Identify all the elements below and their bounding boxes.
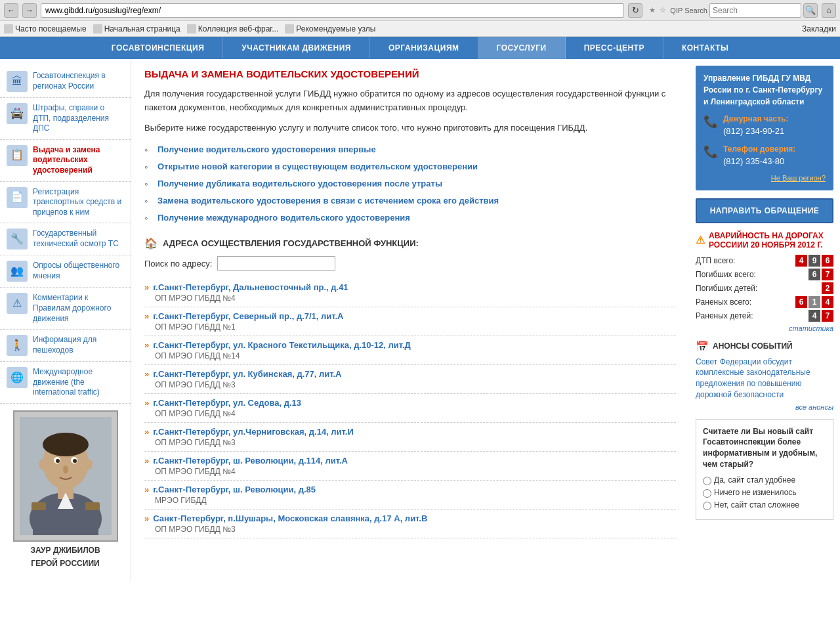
service-link-2[interactable]: Открытие новой категории в существующем … <box>158 162 478 171</box>
home-button[interactable]: ⌂ <box>822 3 836 18</box>
service-link-1[interactable]: Получение водительского удостоверения вп… <box>158 144 376 154</box>
address-link-7[interactable]: г.Санкт-Петербург, ш. Революции, д.85 <box>144 485 676 494</box>
bookmarks-label[interactable]: Закладки <box>802 24 836 33</box>
rules-icon: ⚠ <box>7 293 28 314</box>
sidebar-item-registration[interactable]: 📄 Регистрация транспортных средств и при… <box>0 182 131 224</box>
stat-nums-4: 47 <box>808 310 833 322</box>
poll-option-1: Ничего не изменилось <box>703 488 826 498</box>
duty-contact: 📞 Дежурная часть: (812) 234-90-21 <box>704 113 826 138</box>
num-box-3-2: 4 <box>822 296 833 308</box>
address-search-row: Поиск по адресу: <box>144 256 676 271</box>
licenses-icon: 📋 <box>7 145 28 166</box>
nav-participants[interactable]: УЧАСТНИКАМ ДВИЖЕНИЯ <box>223 37 370 59</box>
stat-link[interactable]: статистика <box>696 324 833 332</box>
content-paragraph-2: Выберите ниже государственную услугу и п… <box>144 121 676 135</box>
poll-radio-2[interactable] <box>703 502 711 510</box>
sidebar-photo: ЗАУР ДЖИБИЛОВ ГЕРОЙ РОССИИИ <box>0 404 131 575</box>
num-box-1-1: 7 <box>822 269 833 280</box>
num-box-1-0: 6 <box>808 269 820 280</box>
stat-nums-2: 2 <box>822 282 833 294</box>
address-sub-2: ОП МРЭО ГИБДД №14 <box>144 351 676 360</box>
poll-option-0: Да, сайт стал удобнее <box>703 475 826 485</box>
not-region-link[interactable]: Не Ваш регион? <box>704 173 826 184</box>
accident-title: ⚠ АВАРИЙНОСТЬ НА ДОРОГАХ РОССИИИ 20 НОЯБ… <box>696 231 833 250</box>
stat-label-3: Раненых всего: <box>696 297 795 307</box>
svg-point-11 <box>56 459 60 463</box>
svg-point-3 <box>43 433 89 456</box>
trust-contact: 📞 Телефон доверия: (812) 335-43-80 <box>704 143 826 168</box>
svg-rect-6 <box>33 509 98 535</box>
service-item-2: Открытие новой категории в существующем … <box>144 158 676 175</box>
service-link-3[interactable]: Получение дубликата водительского удосто… <box>158 179 442 188</box>
events-box: 📅 АНОНСЫ СОБЫТИЙ Совет Федерации обсудит… <box>696 340 833 411</box>
bookmark-icon <box>187 24 196 33</box>
bookmark-recommended[interactable]: Рекомендуемые узлы <box>285 24 375 33</box>
address-icon: 🏠 <box>144 237 158 250</box>
browser-bar: ← → ↻ ★ ☆ QIP Search 🔍 ⌂ <box>0 0 840 21</box>
region-title: Управление ГИБДД ГУ МВД России по г. Сан… <box>704 72 826 108</box>
address-sub-6: ОП МРЭО ГИБДД №4 <box>144 467 676 476</box>
bookmark-icon <box>93 24 102 33</box>
photo-name: ЗАУР ДЖИБИЛОВ <box>7 546 124 555</box>
duty-text: Дежурная часть: (812) 234-90-21 <box>723 113 788 138</box>
region-box: Управление ГИБДД ГУ МВД России по г. Сан… <box>696 66 833 190</box>
stat-label-4: Раненых детей: <box>696 311 808 320</box>
poll-option-label-1: Ничего не изменилось <box>714 488 797 497</box>
num-box-2-0: 2 <box>822 282 833 294</box>
address-item-4: г.Санкт-Петербург, ул. Седова, д.13 ОП М… <box>144 394 676 423</box>
svg-point-12 <box>73 459 77 463</box>
all-events-link[interactable]: все анонсы <box>696 403 833 411</box>
address-link-1[interactable]: г.Санкт-Петербург, Северный пр., д.7/1, … <box>144 311 676 321</box>
sidebar-item-polls[interactable]: 👥 Опросы общественного мнения <box>0 255 131 288</box>
sidebar-item-international[interactable]: 🌐 Международное движение (the internatio… <box>0 362 131 404</box>
nav-gosavto[interactable]: ГОСАВТОИНСПЕКЦИЯ <box>93 37 224 59</box>
address-search-input[interactable] <box>217 256 335 271</box>
sidebar-item-pedestrians[interactable]: 🚶 Информация для пешеходов <box>0 330 131 362</box>
bookmark-frequent[interactable]: Часто посещаемые <box>4 24 87 33</box>
svg-point-14 <box>39 459 47 469</box>
service-item-5: Получение международного водительского у… <box>144 209 676 227</box>
poll-radio-1[interactable] <box>703 489 711 498</box>
address-link-4[interactable]: г.Санкт-Петербург, ул. Седова, д.13 <box>144 398 676 408</box>
search-input[interactable] <box>709 3 801 18</box>
fines-icon: 🚔 <box>7 103 28 124</box>
sidebar-item-inspection[interactable]: 🔧 Государственный технический осмотр ТС <box>0 223 131 255</box>
nav-gosuslugi[interactable]: ГОСУСЛУГИ <box>478 37 566 59</box>
address-item-5: г.Санкт-Петербург, ул.Черниговская, д.14… <box>144 423 676 452</box>
poll-radio-0[interactable] <box>703 477 711 485</box>
address-link-2[interactable]: г.Санкт-Петербург, ул. Красного Текстиль… <box>144 340 676 350</box>
address-link-5[interactable]: г.Санкт-Петербург, ул.Черниговская, д.14… <box>144 427 676 437</box>
nav-organizations[interactable]: ОРГАНИЗАЦИЯМ <box>370 37 478 59</box>
reload-button[interactable]: ↻ <box>628 3 642 18</box>
trust-text: Телефон доверия: (812) 335-43-80 <box>723 143 795 168</box>
poll-option-2: Нет, сайт стал сложнее <box>703 500 826 510</box>
forward-button[interactable]: → <box>22 3 37 18</box>
service-link-4[interactable]: Замена водительского удостоверения в свя… <box>158 196 499 206</box>
sidebar-item-licenses[interactable]: 📋 Выдача и замена водительских удостовер… <box>0 140 131 182</box>
sidebar-item-rules[interactable]: ⚠ Комментарии к Правилам дорожного движе… <box>0 288 131 330</box>
regions-icon: 🏛 <box>7 71 28 92</box>
address-item-7: г.Санкт-Петербург, ш. Революции, д.85 МР… <box>144 481 676 510</box>
content-paragraph-1: Для получения государственной услуги ГИБ… <box>144 87 676 115</box>
send-button[interactable]: НАПРАВИТЬ ОБРАЩЕНИЕ <box>696 198 833 223</box>
bookmark-collection[interactable]: Коллекция веб-фраг... <box>187 24 279 33</box>
address-link-3[interactable]: г.Санкт-Петербург, ул. Кубинская, д.77, … <box>144 369 676 379</box>
nav-press[interactable]: ПРЕСС-ЦЕНТР <box>566 37 663 59</box>
address-link-8[interactable]: Санкт-Петербург, п.Шушары, Московская сл… <box>144 513 676 523</box>
sidebar-item-regions[interactable]: 🏛 Госавтоинспекция в регионах России <box>0 66 131 98</box>
address-link-0[interactable]: г.Санкт-Петербург, Дальневосточный пр., … <box>144 282 676 292</box>
phone-icon: 📞 <box>704 113 718 131</box>
back-button[interactable]: ← <box>4 3 18 18</box>
inspection-icon: 🔧 <box>7 228 28 250</box>
nav-contacts[interactable]: КОНТАКТЫ <box>663 37 747 59</box>
service-link-5[interactable]: Получение международного водительского у… <box>158 213 410 223</box>
addresses-section: 🏠 АДРЕСА ОСУЩЕСТВЛЕНИЯ ГОСУДАРСТВЕННОЙ Ф… <box>144 237 676 538</box>
num-box-3-1: 1 <box>808 296 820 308</box>
address-link-6[interactable]: г.Санкт-Петербург, ш. Революции, д.114, … <box>144 456 676 466</box>
poll-box: Считаете ли Вы новый сайт Госавтоинспекц… <box>696 419 833 520</box>
search-go-button[interactable]: 🔍 <box>803 3 818 18</box>
sidebar-item-fines[interactable]: 🚔 Штрафы, справки о ДТП, подразделения Д… <box>0 98 131 140</box>
address-bar[interactable] <box>41 3 624 18</box>
events-text[interactable]: Совет Федерации обсудит комплексные зако… <box>696 357 833 401</box>
bookmark-home[interactable]: Начальная страница <box>93 24 180 33</box>
